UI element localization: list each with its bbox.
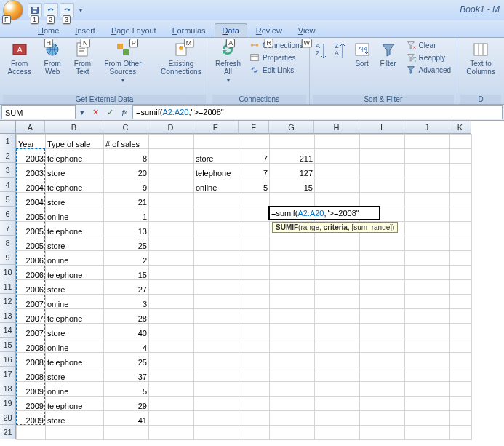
column-header-H[interactable]: H: [314, 121, 359, 134]
qat-redo[interactable]: 3: [60, 3, 74, 17]
row-header-1[interactable]: 1: [0, 134, 16, 148]
cell-C9[interactable]: 2: [104, 251, 149, 266]
row-header-6[interactable]: 6: [0, 207, 16, 221]
cell-E11[interactable]: [194, 280, 239, 295]
cell-K5[interactable]: [450, 193, 472, 207]
cell-B6[interactable]: online: [46, 207, 104, 222]
text-to-columns-button[interactable]: Text to Columns: [460, 39, 501, 77]
row-header-18[interactable]: 18: [0, 381, 16, 396]
cell-F3[interactable]: 7: [239, 164, 270, 178]
cell-K12[interactable]: [450, 295, 472, 309]
cell-F4[interactable]: 5: [239, 178, 270, 193]
cell-D20[interactable]: [149, 411, 194, 426]
cell-E8[interactable]: [194, 236, 239, 251]
sort-desc-button[interactable]: ZA: [332, 39, 348, 64]
cell-G15[interactable]: [270, 338, 315, 353]
row-header-4[interactable]: 4: [0, 178, 16, 192]
cell-G10[interactable]: [270, 266, 315, 280]
cell-F13[interactable]: [239, 309, 270, 324]
cell-F15[interactable]: [239, 338, 270, 353]
cell-B13[interactable]: telephone: [46, 309, 104, 324]
cell-D17[interactable]: [149, 367, 194, 382]
cell-C16[interactable]: 25: [104, 353, 149, 367]
cell-F11[interactable]: [239, 280, 270, 295]
cell-K18[interactable]: [450, 382, 472, 397]
cell-C3[interactable]: 20: [104, 164, 149, 178]
cell-A2[interactable]: 2003: [17, 149, 46, 164]
column-header-E[interactable]: E: [193, 121, 239, 134]
cell-K17[interactable]: [450, 367, 472, 382]
tab-formulas[interactable]: FormulasM: [165, 24, 213, 37]
cell-I12[interactable]: [360, 295, 405, 309]
cell-D21[interactable]: [149, 426, 194, 440]
cell-K13[interactable]: [450, 309, 472, 324]
cell-I16[interactable]: [360, 353, 405, 367]
cell-H14[interactable]: [315, 324, 360, 338]
cell-H19[interactable]: [315, 397, 360, 411]
qat-customize[interactable]: [76, 3, 84, 17]
reapply-button[interactable]: Reapply: [403, 52, 454, 63]
column-header-J[interactable]: J: [404, 121, 449, 134]
row-header-19[interactable]: 19: [0, 396, 16, 410]
cell-K6[interactable]: [450, 207, 472, 222]
cell-C1[interactable]: # of sales: [104, 135, 149, 149]
cell-I2[interactable]: [360, 149, 405, 164]
cell-G20[interactable]: [270, 411, 315, 426]
cell-C13[interactable]: 28: [104, 309, 149, 324]
cell-E2[interactable]: store: [194, 149, 239, 164]
cell-K3[interactable]: [450, 164, 472, 178]
cell-I9[interactable]: [360, 251, 405, 266]
cell-C10[interactable]: 15: [104, 266, 149, 280]
cell-J5[interactable]: [405, 193, 450, 207]
clear-button[interactable]: Clear: [403, 39, 454, 51]
cell-E21[interactable]: [194, 426, 239, 440]
cell-J18[interactable]: [405, 382, 450, 397]
row-header-2[interactable]: 2: [0, 148, 16, 163]
cell-A13[interactable]: 2007: [17, 309, 46, 324]
cell-J12[interactable]: [405, 295, 450, 309]
cell-D14[interactable]: [149, 324, 194, 338]
cell-E17[interactable]: [194, 367, 239, 382]
cell-J14[interactable]: [405, 324, 450, 338]
cell-G5[interactable]: [270, 193, 315, 207]
properties-button[interactable]: Properties: [247, 52, 306, 63]
cell-E9[interactable]: [194, 251, 239, 266]
cell-H1[interactable]: [315, 135, 360, 149]
cell-B8[interactable]: store: [46, 236, 104, 251]
cell-F5[interactable]: [239, 193, 270, 207]
cell-F6[interactable]: [239, 207, 270, 222]
cell-D10[interactable]: [149, 266, 194, 280]
cell-G14[interactable]: [270, 324, 315, 338]
cell-A17[interactable]: 2008: [17, 367, 46, 382]
row-header-3[interactable]: 3: [0, 163, 16, 178]
cell-H13[interactable]: [315, 309, 360, 324]
cell-H4[interactable]: [315, 178, 360, 193]
cell-D7[interactable]: [149, 222, 194, 236]
cell-C18[interactable]: 5: [104, 382, 149, 397]
cell-A1[interactable]: Year: [17, 135, 46, 149]
cell-A10[interactable]: 2006: [17, 266, 46, 280]
connections-button[interactable]: Connections: [247, 39, 306, 51]
cell-C17[interactable]: 37: [104, 367, 149, 382]
cell-E14[interactable]: [194, 324, 239, 338]
cell-B16[interactable]: telephone: [46, 353, 104, 367]
cell-A8[interactable]: 2005: [17, 236, 46, 251]
cell-D16[interactable]: [149, 353, 194, 367]
cell-G4[interactable]: 15: [270, 178, 315, 193]
cell-D19[interactable]: [149, 397, 194, 411]
cell-K10[interactable]: [450, 266, 472, 280]
cell-J10[interactable]: [405, 266, 450, 280]
cell-B2[interactable]: telephone: [46, 149, 104, 164]
row-header-20[interactable]: 20: [0, 410, 16, 425]
cell-C11[interactable]: 27: [104, 280, 149, 295]
cell-B17[interactable]: store: [46, 367, 104, 382]
cell-C21[interactable]: [104, 426, 149, 440]
row-header-16[interactable]: 16: [0, 352, 16, 367]
cell-E5[interactable]: [194, 193, 239, 207]
name-box[interactable]: SUM: [1, 105, 76, 119]
cell-E12[interactable]: [194, 295, 239, 309]
row-header-9[interactable]: 9: [0, 250, 16, 265]
cell-K15[interactable]: [450, 338, 472, 353]
cell-E7[interactable]: [194, 222, 239, 236]
cell-F20[interactable]: [239, 411, 270, 426]
